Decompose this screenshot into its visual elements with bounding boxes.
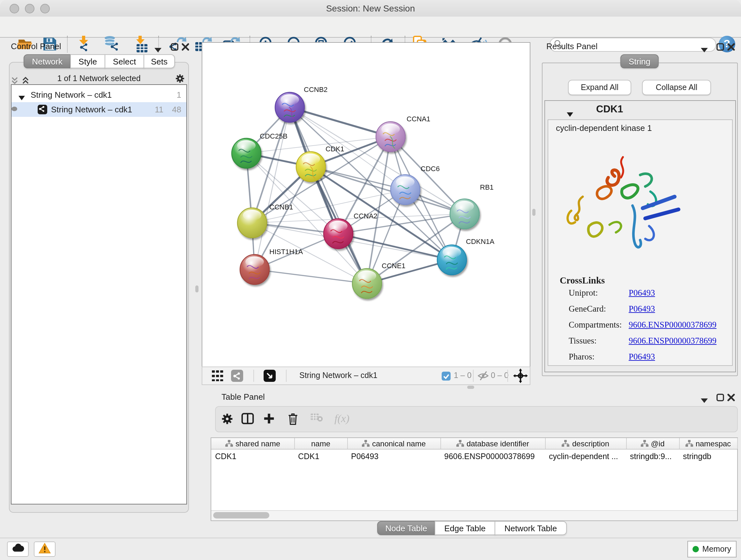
network-node-CCNB1[interactable]: CCNB1 xyxy=(238,203,293,238)
memory-status-dot xyxy=(693,546,699,552)
table-panel-menu-icon[interactable] xyxy=(701,394,709,402)
network-canvas[interactable]: CCNB2CCNA1CDC25BCDK1CDC6RB1CCNB1CCNA2CDK… xyxy=(202,42,530,368)
table-cell[interactable]: cyclin-dependent ... xyxy=(545,450,630,463)
network-node-CDKN1A[interactable]: CDKN1A xyxy=(437,238,495,275)
network-node-CCNA1[interactable]: CCNA1 xyxy=(376,115,430,152)
crosslink-value-link[interactable]: 9606.ENSP00000378699 xyxy=(629,320,717,330)
column-header-name[interactable]: name xyxy=(294,438,348,449)
shared-column-icon xyxy=(225,440,233,447)
gene-section-collapse-icon[interactable] xyxy=(567,108,574,113)
expand-all-networks-icon[interactable] xyxy=(22,75,30,84)
selected-count: 1 – 0 xyxy=(454,371,472,380)
crosslink-row: Tissues:9606.ENSP00000378699 xyxy=(548,336,732,352)
bottom-splitter-handle[interactable] xyxy=(467,386,474,389)
crosslink-value-link[interactable]: P06493 xyxy=(629,352,655,362)
tab-string[interactable]: String xyxy=(620,54,659,68)
network-view-toolbar: String Network – cdk1 1 – 0 0 – 0 xyxy=(202,367,530,385)
tab-network[interactable]: Network xyxy=(23,54,71,68)
node-label: CCNB1 xyxy=(269,203,293,211)
crosslink-value-link[interactable]: P06493 xyxy=(629,304,655,314)
crosslink-label: GeneCard: xyxy=(569,304,606,314)
birdseye-view-icon[interactable] xyxy=(264,370,276,382)
crosslink-value-link[interactable]: P06493 xyxy=(629,288,655,298)
results-panel-float-icon[interactable] xyxy=(716,42,724,51)
warnings-button[interactable] xyxy=(34,542,56,557)
selected-checkbox-icon[interactable] xyxy=(442,372,451,381)
network-node-CDK1[interactable]: CDK1 xyxy=(296,145,344,182)
tab-sets[interactable]: Sets xyxy=(144,54,175,68)
table-cell[interactable]: CDK1 xyxy=(211,450,298,463)
table-panel-title: Table Panel xyxy=(221,392,265,401)
delete-row-button[interactable] xyxy=(287,413,299,428)
create-column-button[interactable] xyxy=(263,413,275,427)
string-network-icon xyxy=(38,105,47,114)
tree-expander-icon[interactable] xyxy=(18,92,25,98)
collapse-all-networks-icon[interactable] xyxy=(11,75,19,84)
pan-crosshair-icon[interactable] xyxy=(513,368,528,383)
import-table-button[interactable] xyxy=(132,35,151,54)
control-panel-menu-icon[interactable] xyxy=(154,44,163,52)
tab-edge-table[interactable]: Edge Table xyxy=(434,521,495,535)
column-header-database-identifier[interactable]: database identifier xyxy=(441,438,546,449)
tab-select[interactable]: Select xyxy=(105,54,144,68)
crosslink-value-link[interactable]: 9606.ENSP00000378699 xyxy=(629,336,717,346)
node-label: CDC6 xyxy=(421,165,440,173)
node-label: CCNE1 xyxy=(382,262,406,270)
network-node-HIST1H1A[interactable]: HIST1H1A xyxy=(240,248,303,285)
toolbar-separator xyxy=(67,36,68,52)
column-header--id[interactable]: @id xyxy=(626,438,680,449)
network-options-gear-icon[interactable] xyxy=(175,73,185,84)
tab-node-table[interactable]: Node Table xyxy=(377,521,435,535)
show-columns-button[interactable] xyxy=(241,413,254,427)
horizontal-scrollbar[interactable] xyxy=(211,510,737,520)
column-header-namespac[interactable]: namespac xyxy=(679,438,738,449)
expand-all-button[interactable]: Expand All xyxy=(568,80,631,95)
table-toolbar: f(x) xyxy=(215,406,738,432)
network-node-CDC25B[interactable]: CDC25B xyxy=(232,132,287,168)
table-cell[interactable]: CDK1 xyxy=(294,450,351,463)
results-panel-menu-icon[interactable] xyxy=(701,44,709,52)
title-bar: Session: New Session xyxy=(0,0,741,17)
tab-network-table[interactable]: Network Table xyxy=(495,521,567,535)
node-label: HIST1H1A xyxy=(269,248,303,256)
left-splitter-handle[interactable] xyxy=(195,286,199,293)
protein-structure-image xyxy=(561,152,682,255)
column-header-shared-name[interactable]: shared name xyxy=(211,438,295,449)
table-cell[interactable]: P06493 xyxy=(347,450,444,463)
tab-style[interactable]: Style xyxy=(70,54,105,68)
settings-gear-button[interactable] xyxy=(221,413,233,428)
table-panel-float-icon[interactable] xyxy=(716,393,724,401)
column-header-description[interactable]: description xyxy=(545,438,627,449)
table-panel-close-icon[interactable] xyxy=(727,393,735,401)
node-label: RB1 xyxy=(480,183,494,191)
crosslink-label: Compartments: xyxy=(569,320,622,330)
warning-icon xyxy=(38,543,51,556)
results-panel-close-icon[interactable] xyxy=(727,42,735,51)
column-header-canonical-name[interactable]: canonical name xyxy=(347,438,441,449)
control-panel-close-icon[interactable] xyxy=(181,42,190,51)
network-node-CDC6[interactable]: CDC6 xyxy=(391,165,440,205)
crosslink-label: Uniprot: xyxy=(569,288,598,298)
scrollbar-thumb[interactable] xyxy=(213,512,269,518)
import-network-file-button[interactable] xyxy=(75,35,94,54)
cloud-button[interactable] xyxy=(7,542,29,557)
node-label: CDKN1A xyxy=(466,238,495,246)
table-cell[interactable]: stringdb:9... xyxy=(626,450,683,463)
gene-detail-panel: cyclin-dependent kinase 1 CrossLinks xyxy=(548,119,733,366)
import-network-database-button[interactable] xyxy=(103,35,122,54)
crosslink-label: Pharos: xyxy=(569,352,595,362)
current-network-indicator xyxy=(11,107,17,111)
table-cell[interactable]: stringdb xyxy=(679,450,741,463)
network-tree-selected-row[interactable]: String Network – cdk1 11 48 xyxy=(11,102,186,117)
shared-column-icon xyxy=(456,440,464,447)
memory-button[interactable]: Memory xyxy=(687,541,737,557)
control-panel-float-icon[interactable] xyxy=(171,42,179,51)
network-badge-icon[interactable] xyxy=(231,370,243,382)
collapse-all-button[interactable]: Collapse All xyxy=(642,80,711,95)
network-node-RB1[interactable]: RB1 xyxy=(450,183,494,229)
crosslink-row: Pharos:P06493 xyxy=(548,352,732,368)
table-cell[interactable]: 9606.ENSP00000378699 xyxy=(441,450,549,463)
grid-view-icon[interactable] xyxy=(212,370,224,381)
right-splitter-handle[interactable] xyxy=(532,209,536,216)
network-tree-root-row[interactable]: String Network – cdk1 1 xyxy=(11,89,186,102)
